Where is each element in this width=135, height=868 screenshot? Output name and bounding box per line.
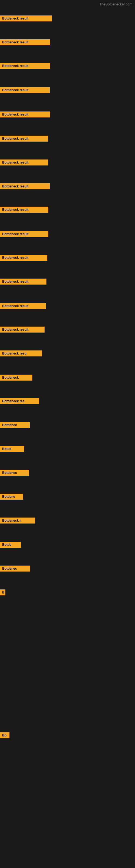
- bottleneck-label-2: Bottleneck result: [0, 39, 50, 45]
- bottleneck-label-5: Bottleneck result: [0, 112, 50, 118]
- bottleneck-label-3: Bottleneck result: [0, 63, 50, 69]
- bottleneck-label-7: Bottleneck result: [0, 159, 48, 165]
- bottleneck-label-4: Bottleneck result: [0, 87, 50, 93]
- bottleneck-label-18: Bottlenec: [0, 422, 30, 428]
- bottleneck-item-10: Bottleneck result: [0, 231, 48, 238]
- bottleneck-item-12: Bottleneck result: [0, 279, 46, 286]
- bottleneck-label-12: Bottleneck result: [0, 279, 46, 284]
- bottleneck-label-6: Bottleneck result: [0, 135, 48, 142]
- bottleneck-item-7: Bottleneck result: [0, 159, 48, 166]
- bottleneck-item-16: Bottleneck: [0, 375, 32, 382]
- bottleneck-label-10: Bottleneck result: [0, 231, 48, 237]
- site-title: TheBottlenecker.com: [99, 0, 135, 7]
- bottleneck-item-23: Bottle: [0, 542, 21, 549]
- bottleneck-item-14: Bottleneck result: [0, 327, 45, 334]
- bottleneck-item-1: Bottleneck result: [0, 16, 52, 23]
- bottleneck-item-20: Bottlenec: [0, 470, 29, 477]
- bottleneck-item-8: Bottleneck result: [0, 183, 50, 190]
- bottleneck-item-17: Bottleneck res: [0, 398, 39, 405]
- bottleneck-item-5: Bottleneck result: [0, 112, 50, 119]
- bottleneck-label-25: B: [0, 589, 5, 595]
- bottleneck-item-6: Bottleneck result: [0, 135, 48, 143]
- bottleneck-label-13: Bottleneck result: [0, 303, 46, 309]
- bottleneck-label-20: Bottlenec: [0, 470, 29, 476]
- bottleneck-item-13: Bottleneck result: [0, 303, 46, 310]
- bottleneck-item-18: Bottlenec: [0, 422, 30, 429]
- bottleneck-item-19: Bottle: [0, 446, 24, 453]
- bottleneck-label-14: Bottleneck result: [0, 327, 45, 333]
- bottleneck-label-23: Bottle: [0, 542, 21, 548]
- bottleneck-label-21: Bottlene: [0, 494, 23, 500]
- bottleneck-item-2: Bottleneck result: [0, 39, 50, 46]
- bottleneck-item-15: Bottleneck resu: [0, 350, 42, 358]
- bottleneck-item-4: Bottleneck result: [0, 87, 50, 94]
- bottleneck-item-25: B: [0, 589, 5, 596]
- bottleneck-label-24: Bottlenec: [0, 565, 30, 571]
- bottleneck-item-26: Bo: [0, 733, 9, 739]
- bottleneck-label-1: Bottleneck result: [0, 16, 52, 22]
- bottleneck-item-22: Bottleneck r: [0, 518, 35, 525]
- bottleneck-label-19: Bottle: [0, 446, 24, 452]
- bottleneck-label-15: Bottleneck resu: [0, 350, 42, 356]
- bottleneck-label-8: Bottleneck result: [0, 183, 50, 189]
- bottleneck-label-26: Bo: [0, 733, 9, 738]
- bottleneck-label-17: Bottleneck res: [0, 398, 39, 404]
- bottleneck-label-11: Bottleneck result: [0, 255, 47, 261]
- bottleneck-item-9: Bottleneck result: [0, 207, 48, 214]
- bottleneck-label-16: Bottleneck: [0, 375, 32, 380]
- bottleneck-label-9: Bottleneck result: [0, 207, 48, 213]
- bottleneck-item-21: Bottlene: [0, 494, 23, 501]
- bottleneck-label-22: Bottleneck r: [0, 518, 35, 524]
- bottleneck-item-11: Bottleneck result: [0, 255, 47, 262]
- bottleneck-item-3: Bottleneck result: [0, 63, 50, 70]
- bottleneck-item-24: Bottlenec: [0, 565, 30, 572]
